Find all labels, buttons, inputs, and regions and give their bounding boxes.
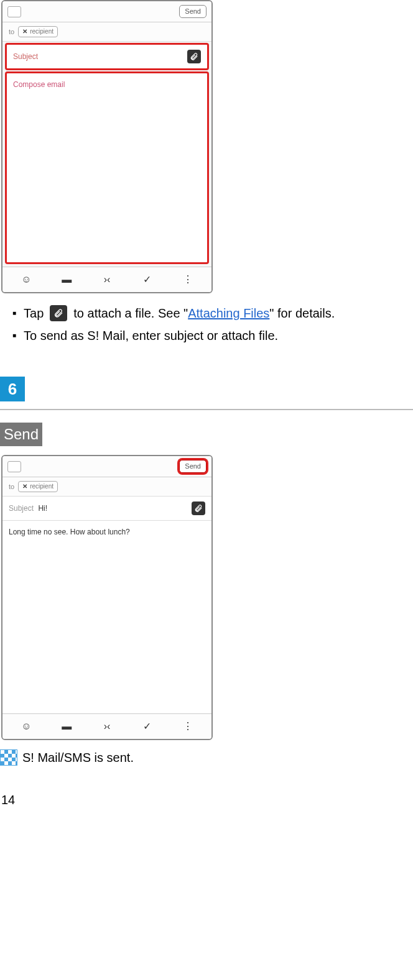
- remove-recipient-icon: ✕: [22, 27, 27, 36]
- back-icon: [7, 6, 21, 17]
- to-label: to: [9, 482, 14, 492]
- menu-icon: ⋮: [180, 273, 195, 286]
- recipient-name: recipient: [30, 27, 53, 36]
- send-button-highlighted: Send: [179, 460, 206, 473]
- result-text: S! Mail/SMS is sent.: [22, 749, 134, 766]
- collapse-icon: ›‹: [100, 273, 114, 286]
- compose-header-2: Send: [2, 456, 211, 477]
- compose-bottom-bar: ☺ ▬ ›‹ ✓ ⋮: [2, 267, 211, 292]
- compose-screenshot-1: Send to ✕ recipient Subject Compose emai…: [1, 0, 213, 293]
- step-separator: [0, 409, 413, 410]
- finish-flag-icon: [0, 749, 17, 766]
- result-line: S! Mail/SMS is sent.: [0, 749, 413, 766]
- subject-placeholder: Subject: [13, 52, 38, 62]
- check-icon: ✓: [140, 720, 155, 733]
- step-number-badge: 6: [0, 377, 25, 401]
- step-action: Send: [0, 423, 42, 446]
- subject-value: Hi!: [38, 504, 47, 513]
- back-icon: [7, 461, 21, 472]
- compose-bottom-bar-2: ☺ ▬ ›‹ ✓ ⋮: [2, 713, 211, 739]
- body-field: Long time no see. How about lunch?: [2, 521, 211, 713]
- to-label: to: [9, 27, 14, 37]
- subject-label: Subject: [9, 504, 34, 513]
- body-field-highlighted: Compose email: [5, 71, 209, 264]
- note-attach-mid: to attach a file. See "Attaching Files" …: [73, 305, 335, 322]
- page-number: 14: [0, 791, 413, 808]
- recipient-name: recipient: [30, 482, 53, 491]
- subject-field-highlighted: Subject: [5, 43, 209, 70]
- attach-icon-inline: [50, 305, 67, 321]
- note-attach-pre: Tap: [24, 305, 44, 322]
- attaching-files-link[interactable]: Attaching Files: [188, 306, 269, 320]
- card-icon: ▬: [59, 720, 74, 733]
- compose-header: Send: [2, 1, 211, 22]
- collapse-icon: ›‹: [100, 720, 114, 733]
- remove-recipient-icon: ✕: [22, 482, 27, 491]
- note-attach: Tap to attach a file. See "Attaching Fil…: [12, 302, 413, 324]
- compose-screenshot-2: Send to ✕ recipient Subject Hi! Long tim…: [1, 455, 213, 740]
- emoji-icon: ☺: [19, 273, 34, 286]
- card-icon: ▬: [59, 273, 74, 286]
- note-smail: To send as S! Mail, enter subject or att…: [12, 324, 413, 347]
- to-field: to ✕ recipient: [2, 22, 211, 42]
- menu-icon: ⋮: [180, 720, 195, 733]
- recipient-chip: ✕ recipient: [18, 26, 58, 37]
- attach-icon: [192, 501, 205, 515]
- subject-field: Subject Hi!: [2, 497, 211, 521]
- check-icon: ✓: [140, 273, 155, 286]
- emoji-icon: ☺: [19, 720, 34, 733]
- recipient-chip: ✕ recipient: [18, 481, 58, 492]
- notes-list: Tap to attach a file. See "Attaching Fil…: [0, 293, 413, 352]
- body-placeholder: Compose email: [13, 80, 65, 89]
- attach-icon: [187, 50, 201, 63]
- body-text: Long time no see. How about lunch?: [9, 528, 130, 536]
- note-smail-text: To send as S! Mail, enter subject or att…: [24, 327, 278, 344]
- to-field-2: to ✕ recipient: [2, 477, 211, 497]
- send-button: Send: [179, 5, 206, 18]
